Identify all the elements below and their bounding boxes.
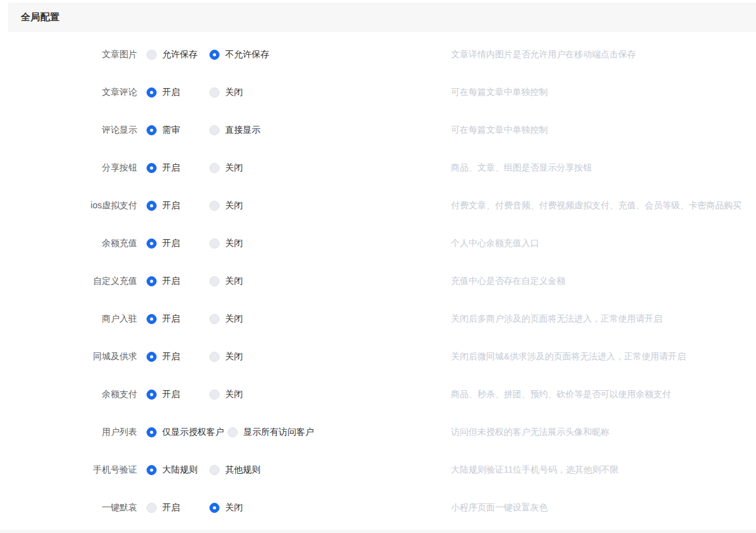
radio-option[interactable]: 直接显示 [209,125,272,136]
setting-label: 余额支付 [8,389,137,400]
setting-row: 文章图片 允许保存 不允许保存 文章详情内图片是否允许用户在移动端点击保存 [8,36,756,74]
radio-icon[interactable] [209,125,220,135]
setting-label: 一键默哀 [8,502,137,513]
radio-option-label: 关闭 [225,313,243,325]
radio-option-label: 开启 [162,238,180,249]
radio-option-label: 允许保存 [162,49,197,60]
radio-option-label: 关闭 [225,200,243,211]
radio-icon[interactable] [147,465,157,475]
setting-hint: 商品、秒杀、拼团、预约、砍价等是否可以使用余额支付 [451,389,671,400]
radio-option-label: 开启 [162,502,180,513]
setting-hint: 关闭后微同城&供求涉及的页面将无法进入，正常使用请开启 [451,351,686,362]
section-header: 全局配置 [8,3,756,32]
setting-row: 用户列表 仅显示授权客户 显示所有访问客户 访问但未授权的客户无法展示头像和昵称 [8,413,756,451]
radio-group: 允许保存 不允许保存 [147,49,451,60]
radio-option[interactable]: 关闭 [209,313,272,325]
radio-icon[interactable] [147,503,157,513]
setting-hint: 大陆规则验证11位手机号码，选其他则不限 [451,464,619,476]
setting-row: 文章评论 开启 关闭 可在每篇文章中单独控制 [8,74,756,111]
radio-option[interactable]: 其他规则 [209,464,272,476]
radio-option-label: 关闭 [225,351,243,362]
radio-option[interactable]: 关闭 [209,87,272,98]
radio-icon[interactable] [147,87,157,98]
radio-icon[interactable] [209,163,220,173]
radio-group: 开启 关闭 [147,200,451,211]
setting-label: 同城及供求 [8,351,137,362]
radio-option[interactable]: 开启 [147,276,209,287]
bottom-divider [0,530,756,533]
radio-option[interactable]: 开启 [147,200,209,211]
radio-icon[interactable] [147,427,157,437]
radio-icon[interactable] [209,503,220,513]
radio-icon[interactable] [147,352,157,362]
radio-group: 大陆规则 其他规则 [147,464,451,476]
setting-row: 同城及供求 开启 关闭 关闭后微同城&供求涉及的页面将无法进入，正常使用请开启 [8,338,756,376]
settings-list: 文章图片 允许保存 不允许保存 文章详情内图片是否允许用户在移动端点击保存 文章… [8,36,756,527]
radio-option[interactable]: 开启 [147,313,209,325]
radio-icon[interactable] [209,238,220,249]
radio-option[interactable]: 需审 [147,125,209,136]
radio-option[interactable]: 关闭 [209,276,272,287]
radio-option[interactable]: 开启 [147,502,209,513]
radio-icon[interactable] [228,427,238,437]
radio-option[interactable]: 开启 [147,389,209,400]
radio-icon[interactable] [147,125,157,135]
radio-icon[interactable] [209,352,220,362]
radio-option[interactable]: 关闭 [209,351,272,362]
radio-group: 仅显示授权客户 显示所有访问客户 [147,427,451,438]
radio-option[interactable]: 开启 [147,238,209,249]
radio-icon[interactable] [209,50,220,60]
radio-option-label: 关闭 [225,162,243,174]
radio-icon[interactable] [209,465,220,475]
radio-group: 开启 关闭 [147,162,451,174]
radio-option[interactable]: 开启 [147,351,209,362]
radio-icon[interactable] [209,314,220,324]
radio-option[interactable]: 大陆规则 [147,464,209,476]
radio-icon[interactable] [147,163,157,173]
setting-row: 自定义充值 开启 关闭 充值中心是否存在自定义金额 [8,262,756,300]
radio-icon[interactable] [209,276,220,286]
radio-option-label: 显示所有访问客户 [243,427,314,438]
radio-option-label: 开启 [162,162,180,174]
radio-option-label: 需审 [162,125,180,136]
radio-option[interactable]: 允许保存 [147,49,209,60]
setting-hint: 可在每篇文章中单独控制 [451,87,548,98]
radio-option[interactable]: 关闭 [209,162,272,174]
radio-option[interactable]: 关闭 [209,389,272,400]
radio-option-label: 关闭 [225,502,243,513]
setting-row: 余额充值 开启 关闭 个人中心余额充值入口 [8,225,756,262]
setting-row: ios虚拟支付 开启 关闭 付费文章、付费音频、付费视频虚拟支付、充值、会员等级… [8,187,756,225]
radio-option[interactable]: 不允许保存 [209,49,273,60]
radio-icon[interactable] [147,238,157,249]
radio-icon[interactable] [147,390,157,400]
radio-option[interactable]: 开启 [147,87,209,98]
radio-icon[interactable] [147,314,157,324]
page-title: 全局配置 [21,11,60,23]
radio-icon[interactable] [147,201,157,211]
radio-option-label: 开启 [162,276,180,287]
radio-icon[interactable] [209,390,220,400]
setting-hint: 文章详情内图片是否允许用户在移动端点击保存 [451,49,636,60]
radio-option[interactable]: 开启 [147,162,209,174]
setting-label: 文章图片 [8,49,137,60]
setting-row: 评论显示 需审 直接显示 可在每篇文章中单独控制 [8,111,756,149]
radio-icon[interactable] [147,50,157,60]
radio-group: 开启 关闭 [147,389,451,400]
radio-option[interactable]: 仅显示授权客户 [147,427,228,438]
radio-option-label: 开启 [162,87,180,98]
radio-group: 开启 关闭 [147,87,451,98]
radio-option[interactable]: 关闭 [209,238,272,249]
setting-label: ios虚拟支付 [8,200,137,211]
radio-option[interactable]: 关闭 [209,200,272,211]
radio-option-label: 关闭 [225,87,243,98]
radio-option-label: 开启 [162,200,180,211]
radio-option[interactable]: 显示所有访问客户 [228,427,318,438]
radio-icon[interactable] [209,87,220,98]
radio-icon[interactable] [209,201,220,211]
radio-group: 开启 关闭 [147,502,451,513]
setting-row: 手机号验证 大陆规则 其他规则 大陆规则验证11位手机号码，选其他则不限 [8,451,756,489]
radio-option[interactable]: 关闭 [209,502,272,513]
radio-icon[interactable] [147,276,157,286]
setting-label: 商户入驻 [8,313,137,325]
radio-option-label: 关闭 [225,238,243,249]
